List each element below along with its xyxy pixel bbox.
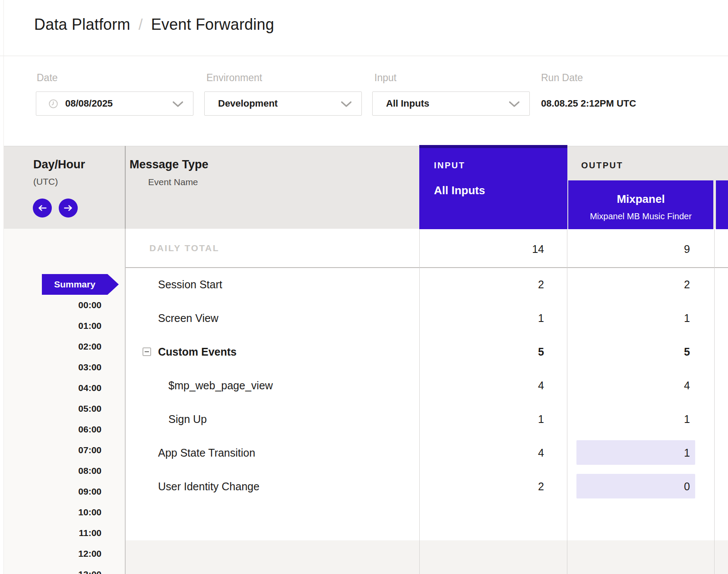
output-count-cell: 0 <box>568 470 690 503</box>
hour-row-selector[interactable]: 03:00 <box>37 357 101 378</box>
day-hour-header: Day/Hour <box>33 158 85 171</box>
table-row: Sign Up 1 1 <box>125 402 728 436</box>
table-row: User Identity Change 2 0 <box>125 470 728 503</box>
table-row: App State Transition 4 1 <box>125 436 728 470</box>
hour-row-selector[interactable]: 07:00 <box>37 440 101 460</box>
event-forwarding-screen: Data Platform / Event Forwarding Date En… <box>0 0 728 574</box>
input-count-cell: 2 <box>419 268 544 301</box>
daily-total-input-value: 14 <box>419 242 544 256</box>
run-date-label: Run Date <box>541 72 583 84</box>
previous-day-button[interactable] <box>33 199 52 218</box>
event-label: App State Transition <box>158 436 255 470</box>
daily-total-label: DAILY TOTAL <box>149 243 219 253</box>
output-column-title: Mixpanel <box>568 192 713 206</box>
table-row: Session Start 2 2 <box>125 268 728 301</box>
output-count-cell: 4 <box>568 369 690 402</box>
output-column-header-mixpanel[interactable]: Mixpanel Mixpanel MB Music Finder <box>568 180 713 229</box>
input-count-cell: 2 <box>419 470 544 503</box>
input-count-cell: 1 <box>419 402 544 436</box>
date-filter-label: Date <box>37 72 58 84</box>
event-label: $mp_web_page_view <box>168 369 273 402</box>
hour-row-selector[interactable]: 05:00 <box>37 398 101 419</box>
hour-row-selector[interactable]: 09:00 <box>37 481 101 502</box>
output-count-cell: 1 <box>568 402 690 436</box>
hour-row-selector[interactable]: 11:00 <box>37 523 101 543</box>
hour-row-selector[interactable]: 04:00 <box>37 378 101 398</box>
arrow-right-icon <box>63 205 73 211</box>
output-count-cell: 1 <box>568 436 690 470</box>
run-date-value: 08.08.25 2:12PM UTC <box>541 91 636 116</box>
input-count-cell: 1 <box>419 301 544 335</box>
output-section-label: OUTPUT <box>581 161 623 170</box>
daily-total-output-value: 9 <box>568 242 690 256</box>
input-count-cell: 4 <box>419 436 544 470</box>
message-type-header: Message Type <box>130 158 209 171</box>
event-label: Session Start <box>158 268 222 301</box>
output-count-cell: 1 <box>568 301 690 335</box>
breadcrumb-separator: / <box>139 16 143 33</box>
event-name-subheader: Event Name <box>148 177 198 187</box>
input-filter-label: Input <box>374 72 396 84</box>
day-hour-sidebar: Summary 00:00 01:00 02:00 03:00 04:00 05… <box>3 229 125 574</box>
input-column-title: All Inputs <box>434 184 485 197</box>
chevron-down-icon <box>509 101 520 109</box>
header-column-divider <box>125 146 126 229</box>
chevron-down-icon <box>172 101 184 109</box>
input-section-label: INPUT <box>434 161 465 170</box>
summary-flag-label: Summary <box>42 274 108 295</box>
hour-row-selector[interactable]: 06:00 <box>37 419 101 440</box>
hour-row-selector[interactable]: 08:00 <box>37 460 101 481</box>
table-row: $mp_web_page_view 4 4 <box>125 369 728 402</box>
output-column-header-clipped[interactable] <box>716 180 728 229</box>
column-border <box>125 229 126 574</box>
hour-row-selector[interactable]: 01:00 <box>37 315 101 336</box>
chevron-down-icon <box>341 101 352 109</box>
table-row: Custom Events 5 5 <box>125 335 728 369</box>
summary-flag-tip <box>108 274 119 295</box>
header-divider <box>0 56 728 56</box>
event-label: Screen View <box>158 301 218 335</box>
output-column-subtitle: Mixpanel MB Music Finder <box>568 211 713 221</box>
input-count-cell: 4 <box>419 369 544 402</box>
output-count-cell: 2 <box>568 268 690 301</box>
hour-row-selector[interactable]: 10:00 <box>37 502 101 523</box>
collapse-icon[interactable] <box>142 347 151 356</box>
empty-rows-band <box>125 540 728 574</box>
date-dropdown[interactable]: 08/08/2025 <box>36 91 193 116</box>
event-label: Sign Up <box>168 402 207 436</box>
next-day-button[interactable] <box>59 199 78 218</box>
breadcrumb: Data Platform / Event Forwarding <box>34 16 274 34</box>
environment-filter-label: Environment <box>206 72 262 84</box>
event-label: Custom Events <box>158 335 237 369</box>
event-label: User Identity Change <box>158 470 260 503</box>
page-left-edge-line <box>3 0 4 574</box>
input-dropdown[interactable]: All Inputs <box>372 91 530 116</box>
day-hour-timezone: (UTC) <box>33 177 58 187</box>
column-border <box>419 229 420 574</box>
hour-row-selector[interactable]: 12:00 <box>37 543 101 564</box>
input-count-cell: 5 <box>419 335 544 369</box>
date-dropdown-value: 08/08/2025 <box>65 98 113 109</box>
environment-dropdown-value: Development <box>218 98 278 109</box>
breadcrumb-section[interactable]: Data Platform <box>34 16 130 34</box>
output-count-cell: 5 <box>568 335 690 369</box>
arrow-left-icon <box>38 205 47 211</box>
column-border <box>567 229 567 574</box>
column-border <box>714 229 715 574</box>
hour-row-selector[interactable]: 13:00 <box>37 564 101 574</box>
clock-icon <box>48 99 58 109</box>
hour-row-selector[interactable]: 02:00 <box>37 336 101 357</box>
input-dropdown-value: All Inputs <box>386 98 429 109</box>
hour-row-selector[interactable]: 00:00 <box>37 295 101 315</box>
environment-dropdown[interactable]: Development <box>204 91 362 116</box>
table-row: Screen View 1 1 <box>125 301 728 335</box>
input-column-header[interactable]: INPUT All Inputs <box>419 145 567 229</box>
page-title: Event Forwarding <box>151 16 274 34</box>
